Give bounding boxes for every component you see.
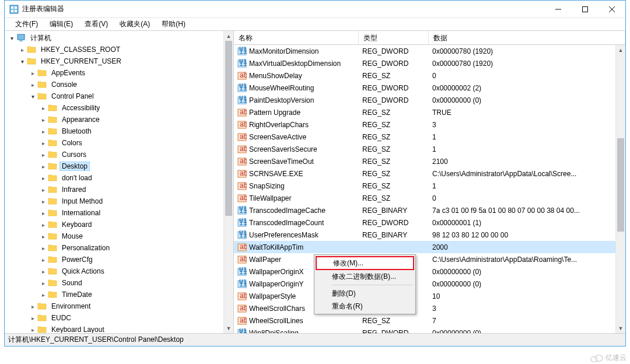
scroll-thumb[interactable] <box>225 41 232 216</box>
ctx-modify-binary[interactable]: 修改二进制数据(B)... <box>316 270 414 283</box>
tree-item[interactable]: ▸ Mouse <box>5 230 233 242</box>
tree-item[interactable]: ▸ Personalization <box>5 242 233 254</box>
ctx-modify[interactable]: 修改(M)... <box>316 256 414 270</box>
value-row[interactable]: ab WheelScrollLines REG_SZ 7 <box>234 314 625 327</box>
tree-expand-icon[interactable]: ▸ <box>38 173 48 183</box>
value-row[interactable]: 011110 Win8DpiScaling REG_DWORD 0x000000… <box>234 327 625 333</box>
menu-edit[interactable]: 编辑(E) <box>45 18 78 30</box>
value-row[interactable]: 011110 WallpaperOriginX 0x00000000 (0) <box>234 265 625 278</box>
tree-item[interactable]: ▸ PowerCfg <box>5 254 233 265</box>
value-row[interactable]: ab RightOverlapChars REG_SZ 3 <box>234 118 625 131</box>
scroll-up-arrow[interactable]: ▲ <box>224 31 233 41</box>
tree-expand-icon[interactable]: ▸ <box>38 290 48 299</box>
tree-expand-icon[interactable]: ▸ <box>38 267 48 276</box>
tree-item[interactable]: ▸ Cursors <box>5 149 233 160</box>
tree-item[interactable]: ▸ Environment <box>5 300 233 312</box>
minimize-button[interactable] <box>545 1 572 18</box>
tree-item[interactable]: ▸ Colors <box>5 137 233 149</box>
tree-expand-icon[interactable]: ▸ <box>38 197 48 206</box>
value-row[interactable]: 011110 UserPreferencesMask REG_BINARY 98… <box>234 229 625 241</box>
tree-item[interactable]: ▾ HKEY_CURRENT_USER <box>5 55 233 67</box>
value-row[interactable]: ab WallpaperStyle 10 <box>234 290 625 302</box>
tree-expand-icon[interactable]: ▸ <box>38 103 48 113</box>
tree-expand-icon[interactable]: ▸ <box>18 45 27 54</box>
scroll-thumb[interactable] <box>617 138 624 232</box>
tree-item[interactable]: ▸ Input Method <box>5 195 233 207</box>
tree-item[interactable]: ▸ AppEvents <box>5 67 233 79</box>
tree-expand-icon[interactable]: ▸ <box>38 243 48 253</box>
value-row[interactable]: ab WallPaper C:\Users\Administrator\AppD… <box>234 253 625 265</box>
tree-collapse-icon[interactable]: ▾ <box>18 57 27 66</box>
value-row[interactable]: 011110 MaxMonitorDimension REG_DWORD 0x0… <box>234 45 625 57</box>
tree-expand-icon[interactable]: ▸ <box>28 68 37 78</box>
tree-item[interactable]: ▸ Sound <box>5 277 233 289</box>
menu-help[interactable]: 帮助(H) <box>157 18 190 30</box>
maximize-button[interactable] <box>572 1 598 18</box>
value-row[interactable]: ab ScreenSaveActive REG_SZ 1 <box>234 131 625 143</box>
menu-favorites[interactable]: 收藏夹(A) <box>115 18 155 30</box>
tree-item[interactable]: ▸ Bluetooth <box>5 125 233 137</box>
tree-expand-icon[interactable]: ▸ <box>38 150 48 159</box>
value-row[interactable]: 011110 WallpaperOriginY 0x00000000 (0) <box>234 278 625 290</box>
tree-item[interactable]: ▸ EUDC <box>5 312 233 324</box>
col-header-data[interactable]: 数据 <box>429 31 625 44</box>
value-row[interactable]: ab ScreenSaverIsSecure REG_SZ 1 <box>234 143 625 155</box>
tree-expand-icon[interactable]: ▸ <box>28 80 37 89</box>
value-row[interactable]: 011110 PaintDesktopVersion REG_DWORD 0x0… <box>234 94 625 106</box>
menu-view[interactable]: 查看(V) <box>80 18 113 30</box>
tree-item[interactable]: ▾ 计算机 <box>5 32 233 44</box>
tree-expand-icon[interactable]: ▸ <box>38 232 48 241</box>
tree-expand-icon[interactable]: ▸ <box>38 208 48 218</box>
tree-item[interactable]: ▸ Quick Actions <box>5 265 233 277</box>
tree-collapse-icon[interactable]: ▾ <box>7 33 16 43</box>
value-row[interactable]: 011110 MaxVirtualDesktopDimension REG_DW… <box>234 57 625 69</box>
scroll-up-arrow[interactable]: ▲ <box>616 45 625 55</box>
tree-expand-icon[interactable]: ▸ <box>28 313 37 323</box>
tree-item[interactable]: ▾ Control Panel <box>5 90 233 102</box>
value-row[interactable]: 011110 TranscodedImageCache REG_BINARY 7… <box>234 204 625 216</box>
tree-item[interactable]: ▸ Keyboard <box>5 219 233 230</box>
tree-expand-icon[interactable]: ▸ <box>38 162 48 171</box>
tree-item[interactable]: ▸ Appearance <box>5 114 233 125</box>
value-row[interactable]: ab WheelScrollChars REG_SZ 3 <box>234 302 625 314</box>
ctx-rename[interactable]: 重命名(R) <box>316 300 414 313</box>
ctx-delete[interactable]: 删除(D) <box>316 287 414 300</box>
tree-item[interactable]: ▸ Desktop <box>5 160 233 172</box>
close-button[interactable] <box>598 1 625 18</box>
value-row[interactable]: 011110 MouseWheelRouting REG_DWORD 0x000… <box>234 82 625 94</box>
list-body[interactable]: 011110 MaxMonitorDimension REG_DWORD 0x0… <box>234 45 625 333</box>
list-scrollbar[interactable]: ▲ ▼ <box>615 45 625 333</box>
scroll-down-arrow[interactable]: ▼ <box>616 323 625 333</box>
tree-item[interactable]: ▸ Accessibility <box>5 102 233 114</box>
tree-expand-icon[interactable]: ▸ <box>38 255 48 264</box>
tree-item[interactable]: ▸ TimeDate <box>5 289 233 300</box>
tree-item[interactable]: ▸ Infrared <box>5 184 233 195</box>
tree-expand-icon[interactable]: ▸ <box>38 278 48 288</box>
scroll-down-arrow[interactable]: ▼ <box>224 323 233 333</box>
tree-expand-icon[interactable]: ▸ <box>38 127 48 136</box>
value-row[interactable]: ab TileWallpaper REG_SZ 0 <box>234 192 625 204</box>
tree-collapse-icon[interactable]: ▾ <box>28 92 37 101</box>
tree-expand-icon[interactable]: ▸ <box>38 220 48 229</box>
tree-item[interactable]: ▸ Keyboard Layout <box>5 324 233 333</box>
tree-expand-icon[interactable]: ▸ <box>28 325 37 333</box>
tree-item[interactable]: ▸ Console <box>5 79 233 90</box>
menu-file[interactable]: 文件(F) <box>10 18 43 30</box>
tree-item[interactable]: ▸ International <box>5 207 233 219</box>
col-header-name[interactable]: 名称 <box>234 31 359 44</box>
tree-expand-icon[interactable]: ▸ <box>28 302 37 311</box>
value-row[interactable]: ab Pattern Upgrade REG_SZ TRUE <box>234 106 625 118</box>
value-row[interactable]: 011110 TranscodedImageCount REG_DWORD 0x… <box>234 216 625 229</box>
tree-item[interactable]: ▸ don't load <box>5 172 233 184</box>
tree-item[interactable]: ▸ HKEY_CLASSES_ROOT <box>5 44 233 55</box>
tree-scrollbar[interactable]: ▲▼ <box>223 31 233 333</box>
value-row[interactable]: ab ScreenSaveTimeOut REG_SZ 2100 <box>234 155 625 167</box>
value-row[interactable]: ab MenuShowDelay REG_SZ 0 <box>234 69 625 82</box>
value-row[interactable]: ab SCRNSAVE.EXE REG_SZ C:\Users\Administ… <box>234 167 625 180</box>
tree-expand-icon[interactable]: ▸ <box>38 115 48 124</box>
value-row[interactable]: ab WaitToKillAppTim 2000 <box>234 241 625 253</box>
col-header-type[interactable]: 类型 <box>359 31 429 44</box>
tree-expand-icon[interactable]: ▸ <box>38 138 48 148</box>
tree-pane[interactable]: ▾ 计算机 ▸ HKEY_CLASSES_ROOT ▾ HKEY_CURRENT… <box>5 31 234 333</box>
tree-expand-icon[interactable]: ▸ <box>38 185 48 194</box>
